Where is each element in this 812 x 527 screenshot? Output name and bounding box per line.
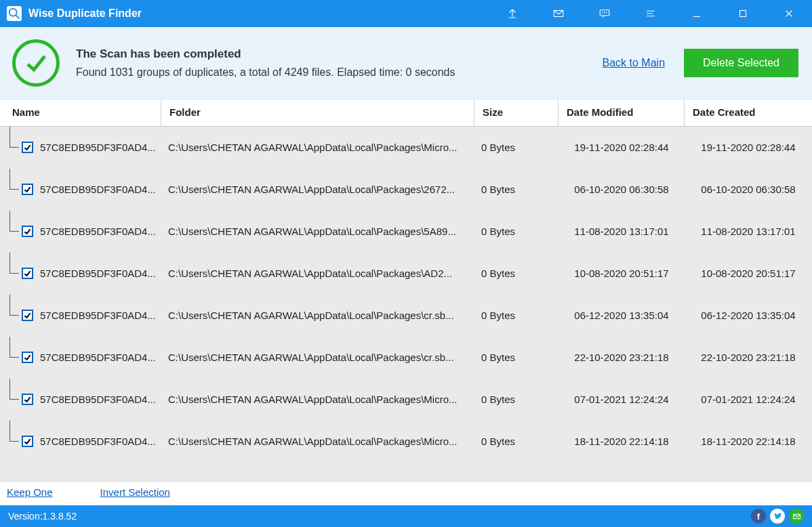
row-created: 19-11-2020 02:28:44 <box>685 142 812 153</box>
col-name[interactable]: Name <box>0 100 161 126</box>
app-logo-icon <box>7 6 22 21</box>
row-created: 07-01-2021 12:24:24 <box>685 394 812 405</box>
row-name: 57C8EDB95DF3F0AD4... <box>40 310 156 321</box>
table-row[interactable]: 57C8EDB95DF3F0AD4... C:\Users\CHETAN AGA… <box>0 337 812 377</box>
table-row[interactable]: 57C8EDB95DF3F0AD4... C:\Users\CHETAN AGA… <box>0 295 812 335</box>
table-row[interactable]: 57C8EDB95DF3F0AD4... C:\Users\CHETAN AGA… <box>0 421 812 461</box>
row-name: 57C8EDB95DF3F0AD4... <box>40 394 156 405</box>
row-modified: 18-11-2020 22:14:18 <box>559 436 685 447</box>
row-modified: 10-08-2020 20:51:17 <box>559 268 685 279</box>
row-created: 06-12-2020 13:35:04 <box>685 310 812 321</box>
svg-point-6 <box>607 12 607 13</box>
col-modified[interactable]: Date Modified <box>559 100 685 126</box>
table-body[interactable]: 57C8EDB95DF3F0AD4... C:\Users\CHETAN AGA… <box>0 127 812 482</box>
row-created: 22-10-2020 23:21:18 <box>685 352 812 363</box>
table-row[interactable]: 57C8EDB95DF3F0AD4... C:\Users\CHETAN AGA… <box>0 211 812 251</box>
row-size: 0 Bytes <box>474 352 559 363</box>
table-row[interactable]: 57C8EDB95DF3F0AD4... C:\Users\CHETAN AGA… <box>0 169 812 209</box>
row-checkbox[interactable] <box>22 394 33 405</box>
col-folder[interactable]: Folder <box>161 100 474 126</box>
mail-icon[interactable] <box>535 0 582 27</box>
action-bar: Keep One Invert Selection <box>0 482 812 505</box>
keep-one-link[interactable]: Keep One <box>7 486 53 501</box>
row-folder: C:\Users\CHETAN AGARWAL\AppData\Local\Pa… <box>161 436 474 447</box>
row-folder: C:\Users\CHETAN AGARWAL\AppData\Local\Pa… <box>161 226 474 237</box>
checkmark-icon <box>12 39 60 87</box>
row-folder: C:\Users\CHETAN AGARWAL\AppData\Local\Pa… <box>161 142 474 153</box>
row-created: 10-08-2020 20:51:17 <box>685 268 812 279</box>
row-checkbox[interactable] <box>22 268 33 279</box>
row-checkbox[interactable] <box>22 310 33 321</box>
svg-point-5 <box>605 12 605 13</box>
table-header: Name Folder Size Date Modified Date Crea… <box>0 100 812 127</box>
banner-subtext: Found 1031 groups of duplicates, a total… <box>76 66 455 79</box>
row-modified: 06-12-2020 13:35:04 <box>559 310 685 321</box>
row-name: 57C8EDB95DF3F0AD4... <box>40 436 156 447</box>
row-size: 0 Bytes <box>474 184 559 195</box>
row-folder: C:\Users\CHETAN AGARWAL\AppData\Local\Pa… <box>161 394 474 405</box>
row-folder: C:\Users\CHETAN AGARWAL\AppData\Local\Pa… <box>161 184 474 195</box>
row-name: 57C8EDB95DF3F0AD4... <box>40 268 156 279</box>
row-modified: 11-08-2020 13:17:01 <box>559 226 685 237</box>
row-size: 0 Bytes <box>474 268 559 279</box>
maximize-button[interactable] <box>720 0 766 27</box>
delete-selected-button[interactable]: Delete Selected <box>684 49 798 77</box>
row-modified: 19-11-2020 02:28:44 <box>559 142 685 153</box>
results-table: Name Folder Size Date Modified Date Crea… <box>0 100 812 482</box>
row-modified: 07-01-2021 12:24:24 <box>559 394 685 405</box>
twitter-icon[interactable] <box>770 509 785 524</box>
svg-point-0 <box>9 9 17 16</box>
svg-point-4 <box>603 12 603 13</box>
table-row[interactable]: 57C8EDB95DF3F0AD4... C:\Users\CHETAN AGA… <box>0 379 812 419</box>
close-button[interactable] <box>766 0 812 27</box>
row-size: 0 Bytes <box>474 436 559 447</box>
table-row[interactable]: 57C8EDB95DF3F0AD4... C:\Users\CHETAN AGA… <box>0 127 812 167</box>
app-title: Wise Duplicate Finder <box>28 7 142 20</box>
row-checkbox[interactable] <box>22 226 33 237</box>
upgrade-icon[interactable] <box>489 0 535 27</box>
scan-complete-banner: The Scan has been completed Found 1031 g… <box>0 27 812 100</box>
table-row[interactable]: 57C8EDB95DF3F0AD4... C:\Users\CHETAN AGA… <box>0 253 812 293</box>
col-size[interactable]: Size <box>474 100 559 126</box>
menu-icon[interactable] <box>628 0 674 27</box>
row-created: 06-10-2020 06:30:58 <box>685 184 812 195</box>
back-to-main-link[interactable]: Back to Main <box>603 57 665 69</box>
row-name: 57C8EDB95DF3F0AD4... <box>40 226 156 237</box>
row-checkbox[interactable] <box>22 184 33 195</box>
row-modified: 06-10-2020 06:30:58 <box>559 184 685 195</box>
contact-icon[interactable] <box>789 509 804 524</box>
row-name: 57C8EDB95DF3F0AD4... <box>40 352 156 363</box>
row-name: 57C8EDB95DF3F0AD4... <box>40 184 156 195</box>
row-folder: C:\Users\CHETAN AGARWAL\AppData\Local\Pa… <box>161 352 474 363</box>
status-bar: Version:1.3.8.52 f <box>0 505 812 527</box>
row-size: 0 Bytes <box>474 142 559 153</box>
row-created: 18-11-2020 22:14:18 <box>685 436 812 447</box>
feedback-icon[interactable] <box>582 0 628 27</box>
facebook-icon[interactable]: f <box>751 509 766 524</box>
row-size: 0 Bytes <box>474 310 559 321</box>
row-checkbox[interactable] <box>22 436 33 447</box>
row-name: 57C8EDB95DF3F0AD4... <box>40 142 156 153</box>
row-folder: C:\Users\CHETAN AGARWAL\AppData\Local\Pa… <box>161 268 474 279</box>
invert-selection-link[interactable]: Invert Selection <box>100 486 170 501</box>
row-created: 11-08-2020 13:17:01 <box>685 226 812 237</box>
row-checkbox[interactable] <box>22 352 33 363</box>
row-size: 0 Bytes <box>474 226 559 237</box>
svg-line-1 <box>16 16 20 19</box>
col-created[interactable]: Date Created <box>685 100 812 126</box>
version-label: Version:1.3.8.52 <box>8 511 77 522</box>
row-modified: 22-10-2020 23:21:18 <box>559 352 685 363</box>
row-size: 0 Bytes <box>474 394 559 405</box>
svg-rect-8 <box>740 11 746 17</box>
minimize-button[interactable] <box>674 0 720 27</box>
row-folder: C:\Users\CHETAN AGARWAL\AppData\Local\Pa… <box>161 310 474 321</box>
titlebar: Wise Duplicate Finder <box>0 0 812 27</box>
row-checkbox[interactable] <box>22 142 33 153</box>
banner-heading: The Scan has been completed <box>76 47 455 61</box>
